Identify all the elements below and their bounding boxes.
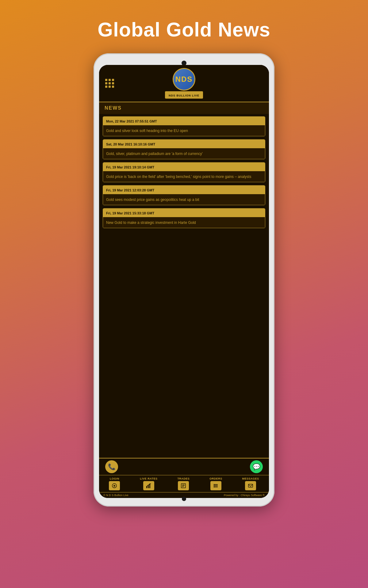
news-item[interactable]: Mon, 22 Mar 2021 07:55:51 GMT Gold and s… bbox=[103, 116, 265, 136]
tab-messages-label: MESSAGES bbox=[242, 477, 259, 480]
news-content: Gold and silver look soft heading into t… bbox=[103, 125, 265, 136]
svg-point-13 bbox=[213, 487, 214, 488]
page-title: Global Gold News bbox=[98, 18, 270, 41]
tab-live-rates-icon bbox=[143, 481, 154, 490]
whatsapp-icon: 💬 bbox=[253, 463, 260, 470]
bottom-bar: 📞 💬 LOGIN LIVE RATES bbox=[99, 458, 269, 498]
tab-login-label: LOGIN bbox=[110, 477, 119, 480]
news-date-text: Fri, 19 Mar 2021 15:33:18 GMT bbox=[106, 211, 154, 215]
news-text: Gold price is 'back on the field' after … bbox=[106, 175, 251, 179]
news-text: Gold, silver, platinum and palladium are… bbox=[106, 152, 203, 156]
svg-rect-14 bbox=[248, 484, 253, 487]
logo-tagline-text: NDS BULLION LIVE bbox=[169, 94, 199, 97]
tab-orders-label: ORDERS bbox=[209, 477, 222, 480]
news-date: Fri, 19 Mar 2021 19:10:14 GMT bbox=[103, 163, 265, 171]
news-label: NEWS bbox=[105, 105, 122, 111]
news-date-text: Fri, 19 Mar 2021 19:10:14 GMT bbox=[106, 165, 154, 169]
news-content: Gold, silver, platinum and palladium are… bbox=[103, 148, 265, 159]
menu-button[interactable] bbox=[105, 79, 114, 88]
news-date: Mon, 22 Mar 2021 07:55:51 GMT bbox=[103, 117, 265, 125]
news-list: Mon, 22 Mar 2021 07:55:51 GMT Gold and s… bbox=[99, 114, 269, 458]
news-text: Gold and silver look soft heading into t… bbox=[106, 129, 188, 133]
logo-nds-text: NDS bbox=[175, 76, 193, 83]
logo-tagline-bar: NDS BULLION LIVE bbox=[165, 91, 203, 99]
tab-trades[interactable]: TRADES bbox=[174, 476, 193, 492]
contact-icons-row: 📞 💬 bbox=[99, 458, 269, 475]
footer-right: Powered by : Chirayu Software ® bbox=[224, 494, 265, 497]
news-date-text: Sat, 20 Mar 2021 16:10:16 GMT bbox=[106, 142, 155, 146]
whatsapp-button[interactable]: 💬 bbox=[250, 460, 263, 473]
news-content: New Gold to make a strategic investment … bbox=[103, 217, 265, 228]
news-date-text: Fri, 19 Mar 2021 12:03:28 GMT bbox=[106, 188, 154, 192]
news-header: NEWS bbox=[99, 102, 269, 114]
news-date-text: Mon, 22 Mar 2021 07:55:51 GMT bbox=[106, 119, 157, 123]
tab-messages[interactable]: MESSAGES bbox=[239, 476, 262, 492]
svg-point-11 bbox=[213, 484, 214, 485]
svg-point-12 bbox=[213, 485, 214, 486]
tab-messages-icon bbox=[245, 481, 256, 490]
tab-trades-icon bbox=[178, 481, 189, 490]
tab-login[interactable]: LOGIN bbox=[106, 476, 123, 492]
phone-icon: 📞 bbox=[108, 463, 116, 470]
tab-live-rates-label: LIVE RATES bbox=[140, 477, 157, 480]
news-content: Gold price is 'back on the field' after … bbox=[103, 171, 265, 182]
logo-circle: NDS bbox=[173, 68, 195, 91]
news-date: Sat, 20 Mar 2021 16:10:16 GMT bbox=[103, 140, 265, 148]
news-content: Gold sees modest price gains as geopolit… bbox=[103, 194, 265, 205]
tablet-frame: NDS NDS BULLION LIVE NEWS Mon, 22 Mar 20… bbox=[94, 53, 274, 507]
nav-tabs: LOGIN LIVE RATES bbox=[99, 475, 269, 492]
news-section: NEWS Mon, 22 Mar 2021 07:55:51 GMT Gold … bbox=[99, 102, 269, 458]
tab-orders[interactable]: ORDERS bbox=[206, 476, 225, 492]
app-header: NDS NDS BULLION LIVE bbox=[99, 65, 269, 102]
app-screen: NDS NDS BULLION LIVE NEWS Mon, 22 Mar 20… bbox=[99, 65, 269, 498]
tab-trades-label: TRADES bbox=[177, 477, 190, 480]
footer-left: © N D S Bullion Live bbox=[103, 494, 128, 497]
news-text: New Gold to make a strategic investment … bbox=[106, 221, 196, 225]
news-item[interactable]: Sat, 20 Mar 2021 16:10:16 GMT Gold, silv… bbox=[103, 139, 265, 159]
logo: NDS NDS BULLION LIVE bbox=[165, 68, 203, 99]
news-item[interactable]: Fri, 19 Mar 2021 19:10:14 GMT Gold price… bbox=[103, 162, 265, 182]
home-button[interactable] bbox=[182, 497, 186, 501]
news-item[interactable]: Fri, 19 Mar 2021 15:33:18 GMT New Gold t… bbox=[103, 208, 265, 228]
phone-button[interactable]: 📞 bbox=[105, 460, 118, 473]
tab-login-icon bbox=[109, 481, 120, 490]
news-text: Gold sees modest price gains as geopolit… bbox=[106, 198, 199, 202]
tab-live-rates[interactable]: LIVE RATES bbox=[137, 476, 160, 492]
tab-orders-icon bbox=[210, 481, 221, 490]
news-item[interactable]: Fri, 19 Mar 2021 12:03:28 GMT Gold sees … bbox=[103, 185, 265, 205]
news-date: Fri, 19 Mar 2021 15:33:18 GMT bbox=[103, 209, 265, 217]
news-date: Fri, 19 Mar 2021 12:03:28 GMT bbox=[103, 186, 265, 194]
